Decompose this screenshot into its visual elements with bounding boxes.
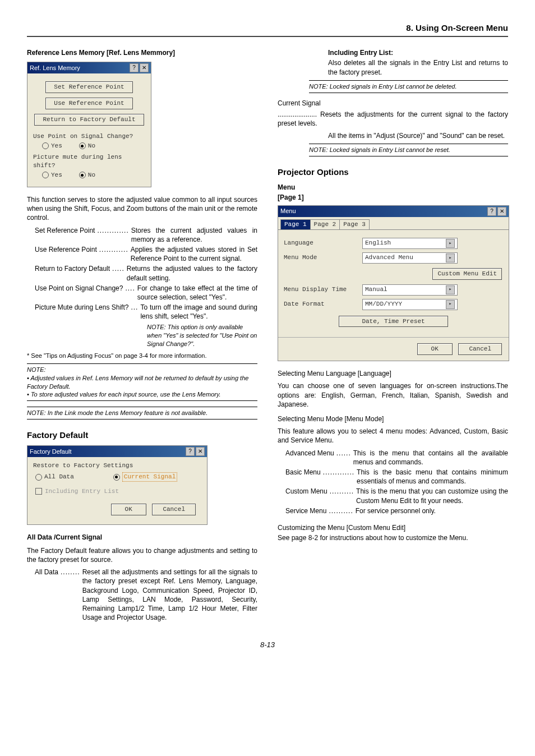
- return-default-button[interactable]: Return to Factory Default: [34, 114, 144, 126]
- use-point-no-radio[interactable]: No: [79, 142, 95, 150]
- def-desc: To turn off the image and sound during l…: [140, 303, 257, 321]
- def-desc: Reset all the adjustments and settings f…: [82, 568, 257, 622]
- footnote-star: * See "Tips on Adjusting Focus" on page …: [27, 352, 257, 360]
- ref-lens-heading: Reference Lens Memory [Ref. Lens Memmory…: [27, 48, 257, 57]
- two-column-layout: Reference Lens Memory [Ref. Lens Memmory…: [27, 48, 508, 623]
- dialog-title: Ref. Lens Memory: [30, 64, 80, 72]
- def-term: Set Reference Point: [35, 226, 95, 244]
- dialog-title: Factory Default: [30, 448, 72, 456]
- cancel-button[interactable]: Cancel: [152, 504, 196, 515]
- picture-mute-question: Picture mute during lens shift?: [33, 153, 145, 170]
- def-term: All Data: [35, 568, 58, 622]
- def-desc: For change to take effect at the time of…: [137, 284, 257, 302]
- def-term: Use Reference Point: [35, 245, 97, 263]
- menu-mode-label: Menu Mode: [284, 253, 362, 262]
- help-icon[interactable]: ?: [487, 207, 496, 216]
- dialog-title: Menu: [280, 207, 296, 215]
- cancel-button[interactable]: Cancel: [458, 343, 502, 355]
- def-desc: This is the menu that you can customize …: [356, 487, 508, 505]
- ok-button[interactable]: OK: [111, 504, 146, 515]
- use-point-yes-radio[interactable]: Yes: [42, 142, 62, 150]
- custom-menu-edit-button[interactable]: Custom Menu Edit: [432, 268, 502, 280]
- help-icon[interactable]: ?: [186, 447, 195, 456]
- page-number: 8-13: [27, 640, 508, 650]
- dropdown-icon: ▸: [446, 300, 455, 309]
- entry-delete-note: NOTE: Locked signals in Entry List canno…: [309, 80, 508, 93]
- display-time-combo[interactable]: Manual▸: [362, 284, 458, 296]
- mode-section-head: Selecting Menu Mode [Menu Mode]: [278, 414, 508, 423]
- page1-label: [Page 1]: [278, 193, 508, 202]
- note-block: NOTE: • Adjusted values in Ref. Lens Mem…: [27, 363, 257, 401]
- help-icon[interactable]: ?: [130, 63, 139, 72]
- dots: .....................: [278, 110, 317, 118]
- current-signal-label: Current Signal: [278, 99, 508, 108]
- all-data-radio[interactable]: All Data: [35, 472, 74, 482]
- dialog-titlebar: Menu ? ✕: [278, 206, 509, 217]
- date-format-combo[interactable]: MM/DD/YYYY▸: [362, 299, 458, 310]
- projector-options-heading: Projector Options: [278, 167, 508, 178]
- def-term: Service Menu: [285, 506, 326, 515]
- current-signal-radio[interactable]: Current Signal: [113, 472, 177, 482]
- note-label: NOTE:: [27, 366, 257, 374]
- use-ref-button[interactable]: Use Reference Point: [45, 98, 132, 109]
- mute-yes-radio[interactable]: Yes: [42, 171, 62, 179]
- picture-mute-note: NOTE: This option is only available when…: [147, 323, 257, 348]
- ref-lens-dialog: Ref. Lens Memory ? ✕ Set Reference Point…: [27, 62, 151, 187]
- factory-default-dialog: Factory Default ? ✕ Restore to Factory S…: [27, 445, 207, 524]
- def-term: Custom Menu: [285, 487, 328, 505]
- link-mode-note: NOTE: In the Link mode the Lens Memory f…: [27, 407, 257, 420]
- def-term: Use Point on Signal Change?: [35, 284, 123, 302]
- mute-no-radio[interactable]: No: [79, 171, 95, 179]
- definition-list: Set Reference Point.............Stores t…: [35, 226, 257, 348]
- entry-reset-note: NOTE: Locked signals in Entry List canno…: [309, 144, 508, 156]
- factory-default-heading: Factory Default: [27, 430, 257, 441]
- left-column: Reference Lens Memory [Ref. Lens Memmory…: [27, 48, 257, 623]
- including-entry-heading: Including Entry List:: [328, 48, 508, 57]
- current-signal-desc2: All the items in "Adjust (Source)" and "…: [328, 131, 508, 140]
- factory-default-description: The Factory Default feature allows you t…: [27, 546, 257, 564]
- def-term: Return to Factory Default: [35, 264, 110, 282]
- dropdown-icon: ▸: [446, 253, 455, 262]
- custom-menu-desc: See page 8-2 for instructions about how …: [278, 533, 508, 542]
- close-icon[interactable]: ✕: [140, 63, 149, 72]
- page-header: 8. Using On-Screen Menu: [27, 22, 508, 37]
- dialog-titlebar: Ref. Lens Memory ? ✕: [27, 62, 151, 73]
- custom-menu-head: Customizing the Menu [Custom Menu Edit]: [278, 523, 508, 532]
- note-line: • To store adjusted values for each inpu…: [27, 390, 257, 399]
- language-combo[interactable]: English▸: [362, 238, 458, 249]
- ref-lens-description: This function serves to store the adjust…: [27, 195, 257, 223]
- close-icon[interactable]: ✕: [497, 207, 506, 216]
- date-time-preset-button[interactable]: Date, Time Preset: [339, 316, 448, 328]
- def-term: Advanced Menu: [285, 449, 334, 467]
- restore-label: Restore to Factory Settings: [33, 462, 201, 470]
- def-desc: This is the basic menu that contains min…: [357, 468, 508, 486]
- include-entry-checkbox: Including Entry List: [35, 487, 119, 496]
- language-label: Language: [284, 239, 362, 247]
- tab-page2[interactable]: Page 2: [310, 219, 340, 229]
- def-desc: Returns the adjusted values to the facto…: [127, 264, 257, 282]
- set-ref-button[interactable]: Set Reference Point: [45, 81, 132, 93]
- menu-mode-combo[interactable]: Advanced Menu▸: [362, 252, 458, 264]
- tab-page3[interactable]: Page 3: [339, 219, 370, 229]
- menu-subheading: Menu: [278, 183, 508, 192]
- display-time-label: Menu Display Time: [284, 285, 362, 294]
- note-line: • Adjusted values in Ref. Lens Memory wi…: [27, 374, 257, 391]
- tab-page1[interactable]: Page 1: [280, 219, 311, 229]
- right-column: Including Entry List: Also deletes all t…: [278, 48, 508, 623]
- menu-dialog: Menu ? ✕ Page 1 Page 2 Page 3 Language E…: [278, 205, 509, 361]
- date-format-label: Date Format: [284, 300, 362, 308]
- def-desc: Applies the adjusted values stored in Se…: [131, 245, 257, 263]
- use-point-question: Use Point on Signal Change?: [33, 132, 145, 141]
- close-icon[interactable]: ✕: [196, 447, 205, 456]
- dialog-titlebar: Factory Default ? ✕: [27, 446, 207, 457]
- lang-section-head: Selecting Menu Language [Language]: [278, 369, 508, 378]
- dropdown-icon: ▸: [446, 285, 455, 294]
- def-desc: For service personnel only.: [356, 506, 508, 515]
- lang-section-desc: You can choose one of seven languages fo…: [278, 381, 508, 409]
- dropdown-icon: ▸: [446, 239, 455, 248]
- ok-button[interactable]: OK: [417, 343, 453, 355]
- mode-section-desc: This feature allows you to select 4 menu…: [278, 427, 508, 445]
- def-desc: This is the menu that contains all the a…: [353, 449, 508, 467]
- def-desc: Stores the current adjusted values in me…: [131, 226, 257, 244]
- all-data-subheading: All Data /Current Signal: [27, 533, 257, 542]
